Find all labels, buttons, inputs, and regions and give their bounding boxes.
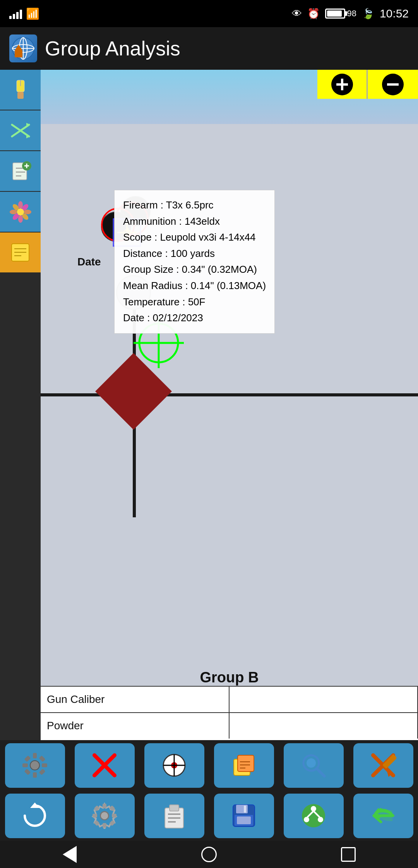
svg-rect-67 bbox=[238, 755, 254, 772]
battery-level: 98 bbox=[347, 9, 356, 19]
target-area[interactable]: + Date Firearm : T3x 6.5prc Ammunition :… bbox=[41, 70, 418, 740]
close-button[interactable] bbox=[353, 743, 413, 788]
home-nav-button[interactable] bbox=[194, 845, 224, 864]
main-content: + Date Firearm : T3x 6.5prc Ammunition :… bbox=[0, 70, 418, 740]
home-circle-icon bbox=[201, 847, 217, 862]
add-note-button[interactable] bbox=[0, 151, 41, 192]
svg-point-22 bbox=[10, 210, 17, 214]
svg-point-101 bbox=[311, 806, 316, 811]
search-button[interactable] bbox=[284, 743, 344, 788]
nav-bar bbox=[0, 841, 418, 868]
svg-point-89 bbox=[101, 812, 108, 820]
status-right: 👁 ⏰ 98 🍃 10:52 bbox=[292, 7, 409, 20]
svg-point-28 bbox=[17, 208, 24, 215]
target-table: Gun Caliber Powder bbox=[41, 686, 418, 740]
back-nav-button[interactable] bbox=[54, 845, 85, 864]
table-cell-gun-caliber: Gun Caliber bbox=[41, 687, 230, 712]
table-row-2: Powder bbox=[41, 712, 418, 739]
svg-point-102 bbox=[304, 817, 309, 822]
gear-settings-button[interactable] bbox=[75, 794, 135, 838]
svg-rect-91 bbox=[170, 805, 179, 811]
svg-point-23 bbox=[24, 210, 31, 214]
table-cell-powder: Powder bbox=[41, 713, 230, 739]
back-button[interactable] bbox=[353, 794, 413, 838]
status-left: 📶 bbox=[9, 7, 39, 20]
recents-nav-button[interactable] bbox=[333, 845, 364, 864]
svg-rect-82 bbox=[103, 823, 106, 828]
info-box: Firearm : T3x 6.5prc Ammunition : 143eld… bbox=[114, 190, 275, 334]
shuffle-button[interactable] bbox=[0, 110, 41, 151]
wifi-icon: 📶 bbox=[26, 7, 39, 20]
leaf-icon: 🍃 bbox=[362, 8, 374, 20]
table-cell-gun-caliber-value bbox=[230, 687, 418, 712]
distance-info: Distance : 100 yards bbox=[123, 246, 266, 262]
svg-rect-53 bbox=[33, 772, 37, 778]
recents-square-icon bbox=[341, 847, 356, 862]
svg-rect-8 bbox=[17, 92, 24, 99]
zoom-buttons bbox=[317, 70, 418, 99]
svg-point-72 bbox=[307, 758, 316, 768]
temperature-info: Temperature : 50F bbox=[123, 294, 266, 310]
signal-bars-icon bbox=[9, 8, 22, 19]
svg-point-103 bbox=[318, 817, 323, 822]
share-button[interactable] bbox=[284, 794, 344, 838]
bottom-toolbar-2 bbox=[0, 790, 418, 841]
svg-point-50 bbox=[30, 761, 39, 770]
svg-rect-54 bbox=[22, 763, 28, 767]
zoom-in-button[interactable] bbox=[317, 70, 368, 99]
table-cell-powder-value bbox=[230, 713, 418, 739]
date-info: Date : 02/12/2023 bbox=[123, 310, 266, 326]
svg-rect-99 bbox=[237, 816, 251, 824]
svg-rect-81 bbox=[103, 804, 106, 808]
app-header: Group Analysis bbox=[0, 27, 418, 70]
page-title: Group Analysis bbox=[45, 37, 180, 60]
bottom-toolbar-1 bbox=[0, 740, 418, 790]
note-button[interactable] bbox=[0, 232, 41, 273]
app-logo bbox=[9, 34, 37, 62]
group-size-info: Group Size : 0.34" (0.32MOA) bbox=[123, 262, 266, 278]
svg-rect-84 bbox=[112, 814, 116, 818]
zoom-out-button[interactable] bbox=[368, 70, 418, 99]
svg-rect-57 bbox=[39, 756, 46, 762]
svg-rect-56 bbox=[24, 756, 31, 762]
photos-button[interactable] bbox=[0, 192, 41, 232]
settings-gear-button[interactable] bbox=[5, 743, 65, 788]
svg-rect-58 bbox=[24, 769, 31, 775]
group-label: Group B bbox=[41, 669, 418, 686]
firearm-info: Firearm : T3x 6.5prc bbox=[123, 197, 266, 214]
target-sight-button[interactable] bbox=[144, 743, 204, 788]
svg-rect-83 bbox=[93, 814, 97, 818]
clipboard-button[interactable] bbox=[144, 794, 204, 838]
target-paper: + Date Firearm : T3x 6.5prc Ammunition :… bbox=[41, 124, 418, 740]
sticky-notes-button[interactable] bbox=[214, 743, 274, 788]
status-bar: 📶 👁 ⏰ 98 🍃 10:52 bbox=[0, 0, 418, 27]
svg-rect-5 bbox=[15, 50, 22, 57]
svg-rect-52 bbox=[33, 753, 37, 758]
svg-point-20 bbox=[18, 201, 23, 209]
alarm-icon: ⏰ bbox=[307, 8, 320, 20]
svg-rect-55 bbox=[42, 763, 47, 767]
save-button[interactable] bbox=[214, 794, 274, 838]
svg-point-21 bbox=[18, 215, 23, 223]
clock-display: 10:52 bbox=[380, 7, 409, 20]
svg-rect-59 bbox=[39, 769, 46, 775]
eye-icon: 👁 bbox=[292, 8, 302, 20]
svg-line-73 bbox=[317, 768, 324, 776]
mean-radius-info: Mean Radius : 0.14" (0.13MOA) bbox=[123, 278, 266, 294]
delete-button[interactable] bbox=[75, 743, 135, 788]
ammo-info: Ammunition : 143eldx bbox=[123, 214, 266, 230]
back-triangle-icon bbox=[63, 846, 77, 863]
table-row: Gun Caliber bbox=[41, 686, 418, 712]
scope-info: Scope : Leupold vx3i 4-14x44 bbox=[123, 229, 266, 246]
refresh-button[interactable] bbox=[5, 794, 65, 838]
battery-container: 98 bbox=[325, 9, 356, 19]
battery-icon bbox=[325, 9, 345, 19]
left-sidebar bbox=[0, 70, 41, 740]
svg-rect-97 bbox=[244, 806, 246, 813]
brush-button[interactable] bbox=[0, 70, 41, 110]
